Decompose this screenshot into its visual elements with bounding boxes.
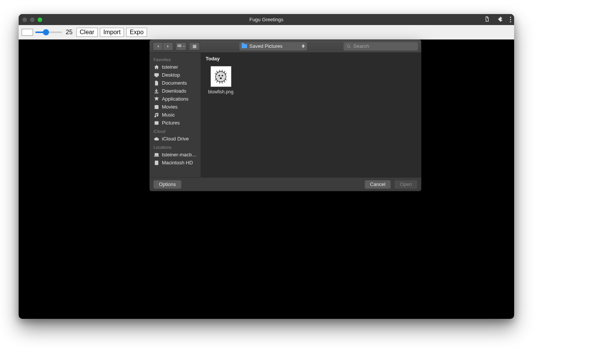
group-header: Today bbox=[201, 53, 421, 64]
maximize-window-button[interactable] bbox=[38, 17, 42, 22]
folder-icon bbox=[242, 44, 247, 48]
clear-button[interactable]: Clear bbox=[76, 28, 98, 37]
nav-back-button[interactable] bbox=[153, 42, 163, 50]
svg-rect-7 bbox=[193, 46, 196, 47]
sidebar-item-label: Macintosh HD bbox=[162, 160, 193, 165]
svg-point-9 bbox=[215, 71, 226, 82]
home-icon bbox=[154, 64, 159, 70]
sidebar-section-header: iCloud bbox=[150, 127, 201, 135]
sidebar-item-label: iCloud Drive bbox=[162, 136, 189, 142]
sidebar-item[interactable]: Movies bbox=[150, 103, 201, 111]
disk-icon bbox=[154, 160, 159, 165]
sidebar-item-label: Desktop bbox=[162, 72, 180, 78]
options-button[interactable]: Options bbox=[154, 180, 181, 189]
svg-rect-6 bbox=[193, 45, 196, 46]
svg-point-11 bbox=[222, 75, 223, 76]
sidebar-item-label: Music bbox=[162, 112, 175, 118]
search-icon bbox=[347, 44, 351, 49]
sidebar-section-header: Favorites bbox=[150, 55, 201, 63]
open-button[interactable]: Open bbox=[394, 180, 417, 189]
svg-rect-2 bbox=[180, 44, 182, 46]
svg-point-12 bbox=[220, 77, 222, 79]
sidebar-item[interactable]: Desktop bbox=[150, 71, 201, 79]
svg-rect-8 bbox=[193, 47, 196, 48]
sidebar: FavoriteststeinerDesktopDocumentsDownloa… bbox=[150, 53, 201, 177]
pictures-icon bbox=[154, 120, 159, 126]
icon-view-button[interactable] bbox=[176, 42, 187, 50]
sidebar-item[interactable]: Pictures bbox=[150, 119, 201, 127]
cancel-button[interactable]: Cancel bbox=[365, 180, 391, 189]
kebab-menu-icon[interactable] bbox=[510, 17, 511, 22]
sidebar-item-label: Documents bbox=[162, 80, 187, 86]
sidebar-item-label: Downloads bbox=[162, 88, 186, 94]
close-window-button[interactable] bbox=[22, 17, 27, 22]
svg-rect-4 bbox=[179, 46, 180, 47]
document-icon[interactable] bbox=[484, 16, 490, 24]
file-grid: blowfish.png bbox=[201, 64, 421, 97]
nav-back-forward bbox=[153, 42, 173, 50]
sidebar-item[interactable]: Applications bbox=[150, 95, 201, 103]
sidebar-item[interactable]: tsteiner-macb… bbox=[150, 151, 201, 159]
nav-forward-button[interactable] bbox=[163, 42, 173, 50]
group-by-segment bbox=[190, 42, 200, 50]
search-placeholder: Search bbox=[353, 43, 369, 49]
laptop-icon bbox=[154, 152, 159, 158]
file-thumbnail bbox=[211, 66, 231, 87]
svg-rect-3 bbox=[178, 46, 179, 47]
brush-size-slider[interactable] bbox=[35, 32, 62, 33]
dialog-toolbar: Saved Pictures Search bbox=[150, 40, 421, 53]
file-item[interactable]: blowfish.png bbox=[206, 66, 236, 95]
sidebar-item[interactable]: tsteiner bbox=[150, 63, 201, 71]
app-window: Fugu Greetings 25 Clear Import Expo bbox=[19, 14, 514, 319]
path-dropdown-label: Saved Pictures bbox=[249, 43, 282, 49]
cloud-icon bbox=[154, 136, 159, 142]
app-title: Fugu Greetings bbox=[19, 17, 514, 22]
export-button[interactable]: Expo bbox=[126, 28, 147, 37]
svg-rect-5 bbox=[180, 46, 182, 47]
sidebar-item[interactable]: Macintosh HD bbox=[150, 159, 201, 167]
view-mode-segment bbox=[176, 42, 187, 50]
svg-rect-1 bbox=[179, 44, 180, 46]
svg-rect-0 bbox=[178, 44, 179, 46]
search-field[interactable]: Search bbox=[344, 42, 418, 50]
sidebar-item-label: Pictures bbox=[162, 120, 180, 126]
slider-value: 25 bbox=[64, 29, 74, 36]
sidebar-item[interactable]: iCloud Drive bbox=[150, 135, 201, 143]
path-dropdown[interactable]: Saved Pictures bbox=[239, 42, 307, 50]
group-by-button[interactable] bbox=[190, 42, 200, 50]
doc-icon bbox=[154, 80, 159, 86]
dialog-footer: Options Cancel Open bbox=[150, 177, 421, 191]
sidebar-item[interactable]: Downloads bbox=[150, 87, 201, 95]
title-bar-actions bbox=[484, 16, 511, 24]
sidebar-item-label: tsteiner bbox=[162, 64, 178, 70]
extension-icon[interactable] bbox=[497, 16, 503, 24]
sidebar-item-label: Movies bbox=[162, 104, 177, 110]
svg-point-10 bbox=[218, 75, 220, 76]
title-bar: Fugu Greetings bbox=[19, 14, 514, 25]
updown-icon bbox=[302, 44, 305, 48]
window-controls bbox=[22, 17, 42, 22]
sidebar-item-label: tsteiner-macb… bbox=[162, 152, 197, 158]
desktop-icon bbox=[154, 72, 159, 78]
sidebar-item[interactable]: Music bbox=[150, 111, 201, 119]
app-toolbar: 25 Clear Import Expo bbox=[19, 25, 514, 39]
music-icon bbox=[154, 112, 159, 118]
apps-icon bbox=[154, 96, 159, 102]
minimize-window-button[interactable] bbox=[30, 17, 35, 22]
dialog-body: FavoriteststeinerDesktopDocumentsDownloa… bbox=[150, 53, 421, 177]
sidebar-item-label: Applications bbox=[162, 96, 188, 102]
sidebar-item[interactable]: Documents bbox=[150, 79, 201, 87]
file-name: blowfish.png bbox=[208, 89, 234, 95]
file-open-dialog: Saved Pictures Search FavoriteststeinerD… bbox=[149, 39, 421, 191]
color-swatch[interactable] bbox=[22, 29, 33, 36]
movie-icon bbox=[154, 104, 159, 110]
download-icon bbox=[154, 88, 159, 94]
file-list: Today blowfish.png bbox=[201, 53, 421, 177]
sidebar-section-header: Locations bbox=[150, 143, 201, 151]
import-button[interactable]: Import bbox=[100, 28, 124, 37]
